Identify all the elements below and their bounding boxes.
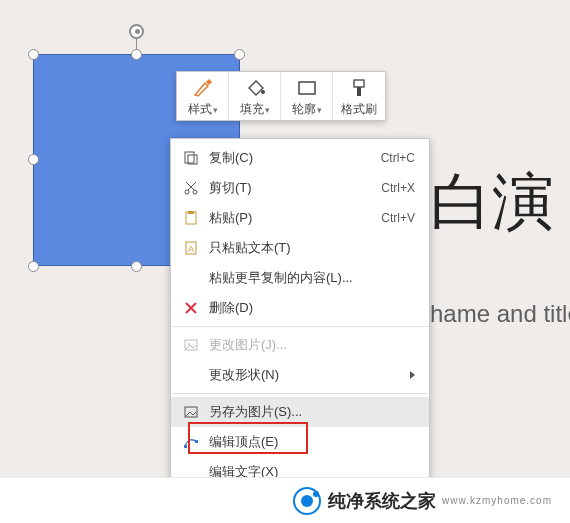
resize-handle-bm[interactable] (131, 261, 142, 272)
menu-change-shape[interactable]: 更改形状(N) (171, 360, 429, 390)
menu-copy[interactable]: 复制(C) Ctrl+C (171, 143, 429, 173)
menu-paste-text-only[interactable]: A 只粘贴文本(T) (171, 233, 429, 263)
menu-label: 复制(C) (209, 149, 371, 167)
menu-label: 删除(D) (209, 299, 415, 317)
svg-rect-15 (184, 445, 187, 448)
clipboard-text-icon: A (181, 239, 201, 257)
menu-shortcut: Ctrl+C (371, 151, 415, 165)
brand-site: www.kzmyhome.com (442, 495, 552, 506)
menu-paste-earlier[interactable]: 粘贴更早复制的内容(L)... (171, 263, 429, 293)
resize-handle-tr[interactable] (234, 49, 245, 60)
fill-label: 填充 (240, 102, 264, 116)
svg-rect-2 (354, 80, 364, 87)
menu-delete[interactable]: 删除(D) (171, 293, 429, 323)
menu-label: 更改形状(N) (209, 366, 402, 384)
fill-button[interactable]: 填充▾ (229, 72, 281, 120)
svg-point-0 (261, 90, 265, 94)
svg-point-24 (313, 491, 319, 497)
save-image-icon (181, 403, 201, 421)
edit-points-icon (181, 433, 201, 451)
brush-icon (177, 78, 228, 101)
format-painter-icon (333, 78, 385, 101)
resize-handle-tl[interactable] (28, 49, 39, 60)
delete-icon (181, 299, 201, 317)
svg-rect-1 (299, 82, 315, 94)
resize-handle-tm[interactable] (131, 49, 142, 60)
menu-shortcut: Ctrl+X (371, 181, 415, 195)
dropdown-arrow-icon: ▾ (265, 105, 270, 115)
menu-paste[interactable]: 粘贴(P) Ctrl+V (171, 203, 429, 233)
menu-label: 只粘贴文本(T) (209, 239, 415, 257)
outline-button[interactable]: 轮廓▾ (281, 72, 333, 120)
menu-label: 更改图片(J)... (209, 336, 415, 354)
svg-point-7 (193, 190, 197, 194)
style-label: 样式 (188, 102, 212, 116)
menu-save-as-image[interactable]: 另存为图片(S)... (171, 397, 429, 427)
menu-label: 剪切(T) (209, 179, 371, 197)
svg-point-23 (301, 495, 313, 507)
slide-subtitle[interactable]: hame and title (430, 300, 570, 328)
blank-icon (181, 269, 201, 287)
menu-label: 编辑顶点(E) (209, 433, 415, 451)
format-painter-button[interactable]: 格式刷 (333, 72, 385, 120)
brand-name: 纯净系统之家 (328, 489, 436, 513)
footer-watermark: 纯净系统之家 www.kzmyhome.com (0, 477, 570, 523)
dropdown-arrow-icon: ▾ (213, 105, 218, 115)
outline-label: 轮廓 (292, 102, 316, 116)
paint-bucket-icon (229, 78, 280, 101)
svg-rect-9 (188, 211, 194, 214)
image-icon (181, 336, 201, 354)
dropdown-arrow-icon: ▾ (317, 105, 322, 115)
blank-icon (181, 366, 201, 384)
rotate-handle[interactable] (129, 24, 144, 39)
clipboard-icon (181, 209, 201, 227)
svg-rect-3 (357, 87, 361, 96)
menu-label: 粘贴(P) (209, 209, 371, 227)
copy-icon (181, 149, 201, 167)
style-button[interactable]: 样式▾ (177, 72, 229, 120)
format-painter-label: 格式刷 (341, 102, 377, 116)
submenu-arrow-icon (410, 371, 415, 379)
svg-rect-16 (195, 440, 198, 443)
menu-label: 另存为图片(S)... (209, 403, 415, 421)
svg-text:A: A (188, 244, 194, 254)
svg-rect-4 (185, 152, 194, 163)
menu-edit-points[interactable]: 编辑顶点(E) (171, 427, 429, 457)
shape-mini-toolbar: 样式▾ 填充▾ 轮廓▾ 格式刷 (176, 71, 386, 121)
svg-point-6 (185, 190, 189, 194)
menu-label: 粘贴更早复制的内容(L)... (209, 269, 415, 287)
scissors-icon (181, 179, 201, 197)
separator (171, 393, 429, 394)
brand-logo: 纯净系统之家 (292, 486, 436, 516)
menu-change-image: 更改图片(J)... (171, 330, 429, 360)
slide-title[interactable]: 白演 (430, 160, 554, 244)
menu-shortcut: Ctrl+V (371, 211, 415, 225)
separator (171, 326, 429, 327)
outline-icon (281, 78, 332, 101)
menu-cut[interactable]: 剪切(T) Ctrl+X (171, 173, 429, 203)
resize-handle-bl[interactable] (28, 261, 39, 272)
resize-handle-ml[interactable] (28, 154, 39, 165)
context-menu: 复制(C) Ctrl+C 剪切(T) Ctrl+X 粘贴(P) Ctrl+V A… (170, 138, 430, 523)
logo-icon (292, 486, 322, 516)
